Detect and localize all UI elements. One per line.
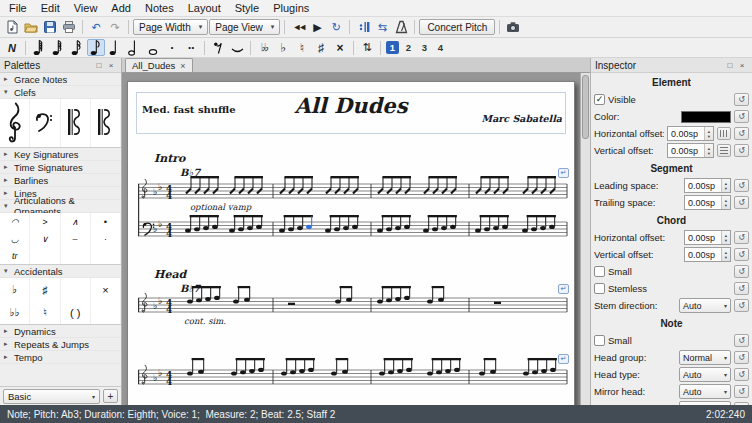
concert-pitch-button[interactable]: Concert Pitch [419,19,495,35]
float-panel-icon[interactable]: □ [93,60,105,71]
palette-section-dynamics[interactable]: ▸ Dynamics [0,325,121,338]
double-flat-button[interactable]: ♭♭ [255,39,273,56]
float-panel-icon[interactable]: □ [724,60,736,71]
chord-horizontal-offset-input[interactable]: 0.00sp ▴▾ [684,230,731,245]
selected-note-group[interactable] [279,215,313,233]
reset-button[interactable]: ↺ [734,127,749,140]
score-page[interactable]: Med. fast shuffle All Dudes Marc Sabatel… [127,81,575,405]
section-label-intro[interactable]: Intro [154,152,185,165]
section-label-head[interactable]: Head [154,268,186,281]
spin-down-icon[interactable]: ▾ [725,255,727,260]
stemless-checkbox[interactable] [594,283,605,294]
reset-button[interactable]: ↺ [734,196,749,209]
spin-down-icon[interactable]: ▾ [708,134,710,139]
chord-small-checkbox[interactable] [594,266,605,277]
menu-file[interactable]: File [2,1,34,15]
chord-vertical-offset-input[interactable]: 0.00sp ▴▾ [684,247,731,262]
snap-horizontal-grid-button[interactable] [717,127,731,140]
natural-button[interactable]: ♮ [293,39,311,56]
vertical-offset-input[interactable]: 0.00sp ▴▾ [667,143,714,158]
reset-button[interactable]: ↺ [734,334,749,347]
staccato-cell[interactable]: • [91,213,121,230]
flat-cell[interactable]: ♭ [0,278,30,301]
treble-clef-cell[interactable] [0,99,30,147]
accent-cell[interactable]: > [30,213,60,230]
double-flat-cell[interactable]: ♭♭ [0,301,30,324]
reset-button[interactable]: ↺ [734,265,749,278]
reset-button[interactable]: ↺ [734,385,749,398]
double-sharp-button[interactable]: × [331,39,349,56]
bass-clef-cell[interactable] [30,99,60,147]
palette-section-tempo[interactable]: ▸ Tempo [0,351,121,364]
close-panel-icon[interactable]: × [736,60,748,71]
trill-cell[interactable]: tr [0,247,30,264]
palette-section-clefs[interactable]: ▾ Clefs [0,86,121,99]
menu-add[interactable]: Add [104,1,138,15]
play-button[interactable]: ▶ [308,19,326,36]
head-group-select[interactable]: Normal ▾ [679,350,731,365]
workspace-select[interactable]: Basic ▾ [3,389,100,404]
spin-down-icon[interactable]: ▾ [725,186,727,191]
flat-button[interactable]: ♭ [274,39,292,56]
tenuto-cell[interactable]: – [61,230,91,247]
voice-2-button[interactable]: 2 [402,41,415,54]
fermata-below-cell[interactable]: ◡ [0,230,30,247]
save-button[interactable] [41,19,59,36]
reset-button[interactable]: ↺ [734,368,749,381]
menu-view[interactable]: View [67,1,105,15]
fermata-cell[interactable]: ◠ [0,213,30,230]
scrollbar-thumb[interactable] [582,75,589,139]
reset-button[interactable]: ↺ [734,110,749,123]
new-score-button[interactable] [3,19,21,36]
music-system-3[interactable]: ♭♭ 44 [138,358,568,398]
line-break-marker[interactable]: ↵ [558,284,569,294]
cont-sim-text[interactable]: cont. sim. [184,316,226,326]
sharp-button[interactable]: ♯ [312,39,330,56]
palette-section-key-signatures[interactable]: ▸ Key Signatures [0,148,121,161]
tie-button[interactable] [228,39,246,56]
voice-1-button[interactable]: 1 [386,41,399,54]
print-button[interactable] [60,19,78,36]
marcato-cell[interactable]: ∧ [61,213,91,230]
menu-edit[interactable]: Edit [34,1,67,15]
palette-section-repeats-jumps[interactable]: ▸ Repeats & Jumps [0,338,121,351]
palette-section-grace-notes[interactable]: ▸ Grace Notes [0,73,121,86]
undo-button[interactable]: ↶ [87,19,105,36]
tenor-clef-cell[interactable] [91,99,121,147]
note-small-checkbox[interactable] [594,335,605,346]
reset-button[interactable]: ↺ [734,231,749,244]
menu-style[interactable]: Style [228,1,266,15]
duration-16th-button[interactable] [68,39,86,56]
reset-button[interactable]: ↺ [734,299,749,312]
view-mode-select[interactable]: Page View ▾ [209,19,280,35]
palette-section-time-signatures[interactable]: ▸ Time Signatures [0,161,121,174]
voice-3-button[interactable]: 3 [418,41,431,54]
close-panel-icon[interactable]: × [105,60,117,71]
reset-button[interactable]: ↺ [734,248,749,261]
augmentation-dot-button[interactable]: · [163,39,181,56]
zoom-select[interactable]: Page Width ▾ [133,19,208,35]
add-workspace-button[interactable]: + [103,389,118,403]
palette-section-accidentals[interactable]: ▾ Accidentals [0,265,121,278]
menu-plugins[interactable]: Plugins [266,1,316,15]
mirror-head-select[interactable]: Auto ▾ [679,384,731,399]
reset-button[interactable]: ↺ [734,282,749,295]
duration-whole-button[interactable] [144,39,162,56]
spin-down-icon[interactable]: ▾ [725,238,727,243]
staccatissimo-cell[interactable]: · [91,230,121,247]
sharp-cell[interactable]: ♯ [30,278,60,301]
palette-section-articulations[interactable]: ▾ Articulations & Ornaments [0,200,121,213]
rewind-button[interactable]: ◄◄ [289,19,307,36]
reset-button[interactable]: ↺ [734,144,749,157]
rest-button[interactable] [209,39,227,56]
natural-cell[interactable]: ♮ [30,301,60,324]
head-type-select[interactable]: Auto ▾ [679,367,731,382]
pan-score-button[interactable]: ⇆ [373,19,391,36]
optional-vamp-text[interactable]: optional vamp [190,202,251,212]
duration-32nd-button[interactable] [49,39,67,56]
stem-direction-select[interactable]: Auto ▾ [679,298,731,313]
color-swatch[interactable] [681,111,731,123]
voice-4-button[interactable]: 4 [434,41,447,54]
spin-down-icon[interactable]: ▾ [708,151,710,156]
double-dot-button[interactable]: ·· [182,39,200,56]
